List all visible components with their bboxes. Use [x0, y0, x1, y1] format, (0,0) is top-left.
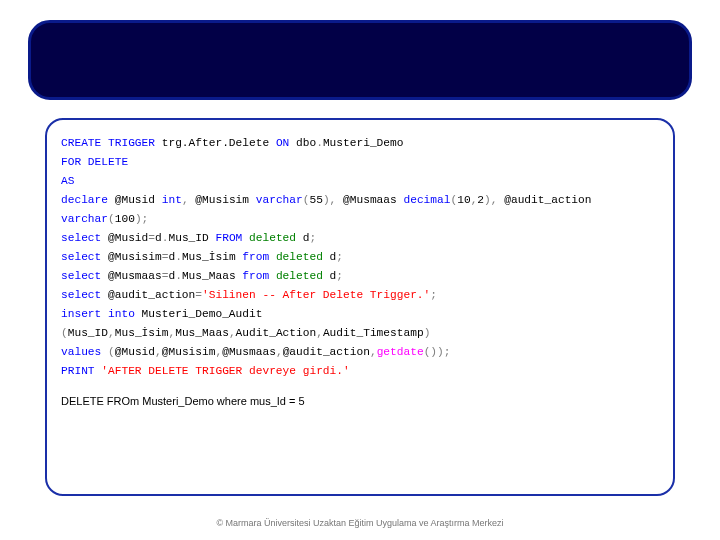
code-line-1: CREATE TRIGGER trg.After.Delete ON dbo.M…: [61, 134, 659, 153]
code-line-11: (Mus_ID,Mus_İsim,Mus_Maas,Audit_Action,A…: [61, 324, 659, 343]
delete-statement: DELETE FROm Musteri_Demo where mus_Id = …: [61, 395, 659, 407]
code-line-12: values (@Musid,@Musisim,@Musmaas,@audit_…: [61, 343, 659, 362]
code-line-9: select @audit_action='Silinen -- After D…: [61, 286, 659, 305]
code-line-13: PRINT 'AFTER DELETE TRIGGER devreye gird…: [61, 362, 659, 381]
code-line-6: select @Musid=d.Mus_ID FROM deleted d;: [61, 229, 659, 248]
code-line-2: FOR DELETE: [61, 153, 659, 172]
code-line-4: declare @Musid int, @Musisim varchar(55)…: [61, 191, 659, 210]
code-line-3: AS: [61, 172, 659, 191]
footer-text: © Marmara Üniversitesi Uzaktan Eğitim Uy…: [0, 518, 720, 528]
code-line-8: select @Musmaas=d.Mus_Maas from deleted …: [61, 267, 659, 286]
code-line-7: select @Musisim=d.Mus_İsim from deleted …: [61, 248, 659, 267]
code-line-5: varchar(100);: [61, 210, 659, 229]
header-box: [28, 20, 692, 100]
code-box: CREATE TRIGGER trg.After.Delete ON dbo.M…: [45, 118, 675, 496]
code-line-10: insert into Musteri_Demo_Audit: [61, 305, 659, 324]
